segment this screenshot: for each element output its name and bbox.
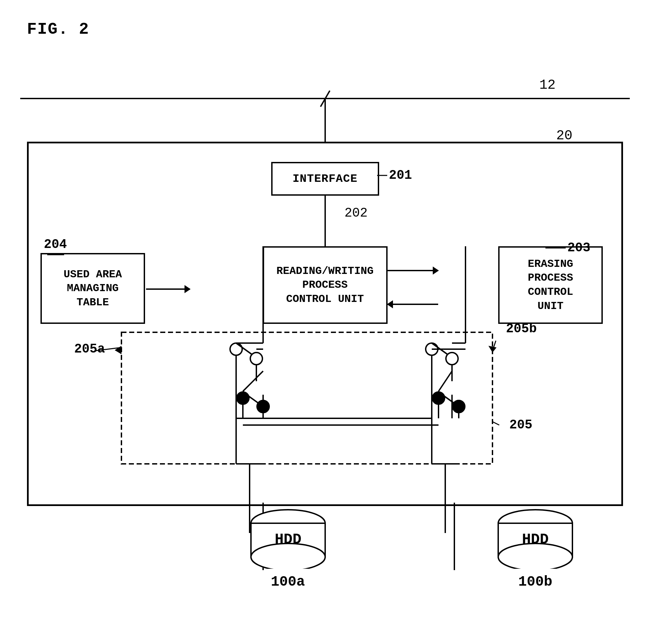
- ref-20: 20: [556, 128, 572, 143]
- svg-point-18: [250, 353, 262, 365]
- svg-marker-9: [115, 346, 121, 354]
- figure-label: FIG. 2: [27, 20, 89, 38]
- vert-bus-to-box: [324, 98, 326, 142]
- hdd-left-container: HDD 100a: [248, 508, 329, 590]
- svg-text:205: 205: [509, 418, 532, 432]
- svg-text:205b: 205b: [506, 321, 537, 336]
- diagram: FIG. 2 12 20 INTERFACE 201 202 READING/W…: [0, 0, 650, 644]
- svg-point-15: [230, 343, 242, 355]
- hdd-left-svg: HDD: [248, 508, 329, 569]
- hdd-left-label: 100a: [248, 574, 329, 590]
- hdd-right-container: HDD 100b: [495, 508, 576, 590]
- hdd-right-label: 100b: [495, 574, 576, 590]
- svg-point-35: [453, 400, 465, 413]
- svg-point-32: [432, 392, 445, 404]
- svg-text:HDD: HDD: [522, 531, 548, 548]
- svg-point-30: [446, 353, 458, 365]
- svg-point-20: [237, 392, 249, 404]
- svg-marker-12: [488, 346, 497, 353]
- svg-line-43: [243, 371, 263, 391]
- svg-text:205a: 205a: [74, 342, 105, 356]
- ref-12: 12: [539, 78, 556, 93]
- svg-text:HDD: HDD: [275, 531, 301, 548]
- hdd-right-svg: HDD: [495, 508, 576, 569]
- wiring-svg: 205a 205b 205: [27, 142, 623, 533]
- svg-line-14: [492, 422, 499, 425]
- svg-line-45: [439, 371, 452, 391]
